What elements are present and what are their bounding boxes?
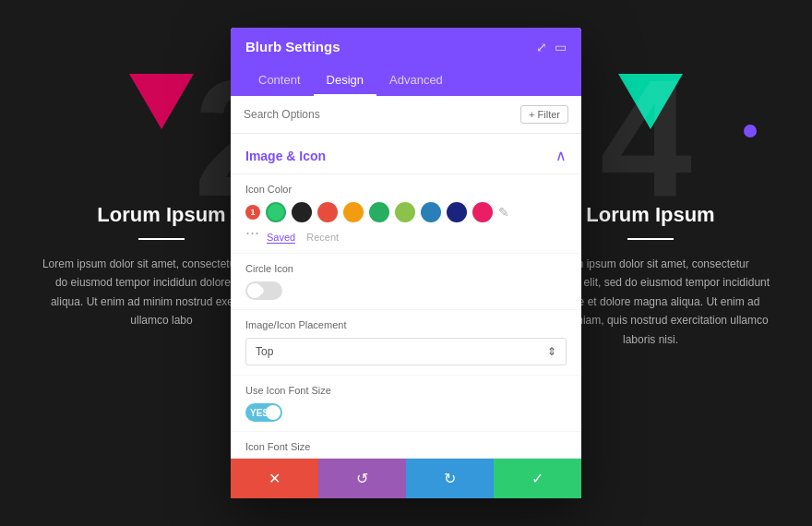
swatch-red[interactable] bbox=[317, 202, 338, 222]
swatch-tab-recent[interactable]: Recent bbox=[306, 232, 339, 244]
save-button[interactable]: ✓ bbox=[494, 459, 581, 498]
swatch-tabs: Saved Recent bbox=[267, 232, 339, 244]
tab-design[interactable]: Design bbox=[314, 66, 376, 96]
swatch-darkblue[interactable] bbox=[447, 202, 467, 222]
swatch-blue[interactable] bbox=[421, 202, 441, 222]
fullscreen-icon[interactable]: ⤢ bbox=[536, 40, 547, 54]
circle-icon-toggle[interactable]: NO bbox=[245, 281, 282, 300]
swatch-lime[interactable] bbox=[369, 202, 389, 222]
modal-body: Image & Icon ∧ Icon Color 1 ✎ bbox=[231, 134, 581, 458]
toggle-knob bbox=[247, 283, 262, 298]
tab-advanced[interactable]: Advanced bbox=[376, 66, 456, 96]
circle-icon-toggle-row: NO bbox=[245, 281, 567, 300]
modal-header-icons: ⤢ ▭ bbox=[536, 40, 567, 54]
search-bar: + Filter bbox=[231, 96, 581, 134]
placement-select[interactable]: Top ⇕ bbox=[245, 338, 567, 365]
badge-number: 1 bbox=[245, 205, 260, 220]
placement-value: Top bbox=[256, 345, 273, 358]
icon-font-size-row: Icon Font Size bbox=[231, 432, 581, 458]
swatch-orange[interactable] bbox=[343, 202, 364, 222]
swatch-limelight[interactable] bbox=[395, 202, 415, 222]
modal-tabs: Content Design Advanced bbox=[231, 66, 581, 96]
color-swatches: 1 ✎ bbox=[245, 202, 567, 222]
cancel-button[interactable]: ✕ bbox=[231, 459, 318, 498]
circle-icon-label: Circle Icon bbox=[245, 263, 567, 274]
swatch-tab-saved[interactable]: Saved bbox=[267, 232, 295, 244]
modal-header: Blurb Settings ⤢ ▭ bbox=[231, 28, 581, 66]
use-icon-font-size-toggle[interactable]: YES bbox=[245, 403, 282, 422]
placement-label: Image/Icon Placement bbox=[245, 319, 567, 330]
placement-chevron: ⇕ bbox=[547, 345, 556, 358]
redo-button[interactable]: ↻ bbox=[406, 459, 494, 498]
placement-row: Image/Icon Placement Top ⇕ bbox=[231, 310, 581, 376]
image-icon-section-header: Image & Icon ∧ bbox=[231, 134, 581, 174]
circle-icon-row: Circle Icon NO bbox=[231, 254, 581, 310]
more-swatches-icon[interactable]: ··· bbox=[245, 223, 259, 243]
swatch-pink[interactable] bbox=[472, 202, 493, 222]
search-input[interactable] bbox=[244, 108, 520, 121]
icon-font-size-label: Icon Font Size bbox=[245, 441, 567, 452]
icon-color-row: Icon Color 1 ✎ ··· Sa bbox=[231, 174, 581, 254]
swatch-green[interactable] bbox=[266, 202, 286, 222]
filter-button[interactable]: + Filter bbox=[520, 105, 568, 124]
modal-title: Blurb Settings bbox=[245, 39, 340, 54]
toggle-knob-on bbox=[266, 405, 281, 420]
blurb-settings-modal: Blurb Settings ⤢ ▭ Content Design Advanc… bbox=[231, 28, 581, 498]
use-icon-font-size-toggle-row: YES bbox=[245, 403, 567, 422]
undo-button[interactable]: ↺ bbox=[318, 459, 406, 498]
tab-content[interactable]: Content bbox=[245, 66, 314, 96]
icon-color-label: Icon Color bbox=[245, 184, 567, 195]
pencil-icon[interactable]: ✎ bbox=[498, 205, 509, 220]
modal-overlay: Blurb Settings ⤢ ▭ Content Design Advanc… bbox=[0, 0, 812, 526]
section-title: Image & Icon bbox=[245, 149, 326, 163]
modal-footer: ✕ ↺ ↻ ✓ bbox=[231, 458, 581, 498]
section-collapse-icon[interactable]: ∧ bbox=[555, 147, 567, 164]
swatch-black[interactable] bbox=[292, 202, 312, 222]
collapse-icon[interactable]: ▭ bbox=[555, 40, 567, 54]
use-icon-font-size-label: Use Icon Font Size bbox=[245, 385, 567, 396]
use-icon-font-size-row: Use Icon Font Size YES bbox=[231, 376, 581, 432]
